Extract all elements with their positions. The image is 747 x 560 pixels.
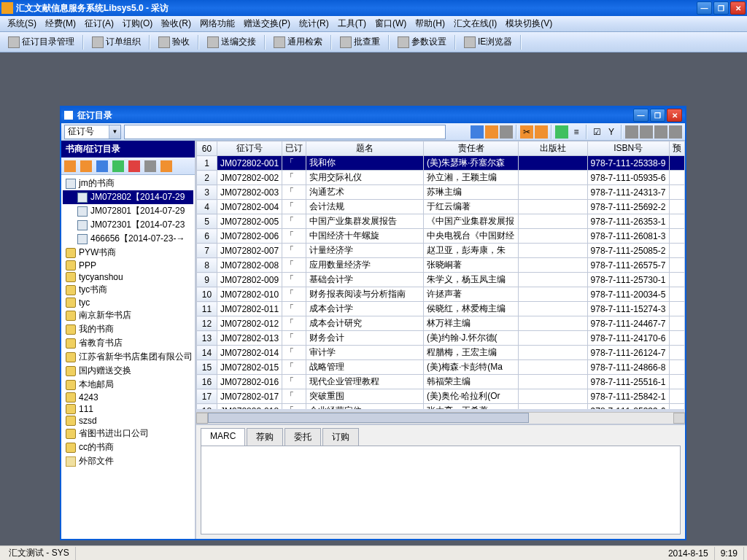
tree-item[interactable]: tycyanshou — [63, 271, 193, 283]
detail-tab[interactable]: MARC — [201, 428, 245, 446]
grid-header[interactable]: 征订号 — [217, 141, 282, 156]
table-row[interactable]: 11JM072802-011「成本会计学侯晓红，林爱梅主编978-7-111-1… — [197, 302, 685, 316]
tree-item[interactable]: 省教育书店 — [63, 336, 193, 350]
table-row[interactable]: 17JM072802-017「突破重围(美)奥伦·哈拉利(Or978-7-111… — [197, 389, 685, 404]
grid-header[interactable]: 题名 — [306, 141, 423, 156]
tree-item[interactable]: 本地邮局 — [63, 378, 193, 392]
export-icon[interactable] — [160, 160, 172, 172]
check-icon[interactable]: ☑ — [590, 125, 603, 139]
grid-header[interactable]: 预 — [669, 141, 684, 156]
search-input[interactable] — [124, 125, 446, 139]
refresh-icon[interactable] — [112, 160, 124, 172]
tree-item[interactable]: JM072802【2014-07-29 — [63, 190, 193, 204]
tree-item[interactable]: JM072301【2014-07-23 — [63, 218, 193, 232]
table-row[interactable]: 5JM072802-005「中国产业集群发展报告《中国产业集群发展报978-7-… — [197, 214, 685, 229]
menu-item[interactable]: 经费(M) — [41, 16, 80, 31]
doc-icon[interactable] — [96, 160, 108, 172]
grid-header[interactable]: 责任者 — [423, 141, 518, 156]
toolbar-button[interactable]: 参数设置 — [392, 34, 452, 50]
toolbar-button[interactable]: 征订目录管理 — [3, 34, 80, 50]
search-field-combo[interactable]: ▼ — [64, 125, 121, 139]
menu-item[interactable]: 帮助(H) — [411, 16, 449, 31]
tree-item[interactable]: 江苏省新华书店集团有限公司 — [63, 350, 193, 364]
menu-item[interactable]: 系统(S) — [3, 16, 41, 31]
props-icon[interactable] — [144, 160, 156, 172]
table-row[interactable]: 9JM072802-009「基础会计学朱学义，杨玉凤主编978-7-111-25… — [197, 273, 685, 287]
tree-item[interactable]: PPP — [63, 260, 193, 271]
toolbar-button[interactable]: IE浏览器 — [459, 34, 517, 50]
table-row[interactable]: 8JM072802-008「应用数量经济学张晓峒著978-7-111-26575… — [197, 258, 685, 273]
table-row[interactable]: 1JM072802-001「我和你(美)朱瑟琳·乔塞尔森978-7-111-25… — [197, 156, 685, 171]
tool1-icon[interactable] — [625, 125, 638, 139]
menu-item[interactable]: 窗口(W) — [371, 16, 411, 31]
table-row[interactable]: 3JM072802-003「沟通艺术苏琳主编978-7-111-24313-7 — [197, 185, 685, 200]
tree-item[interactable]: jm的书商 — [63, 176, 193, 190]
toolbar-button[interactable]: 订单组织 — [87, 34, 146, 50]
tree-item[interactable]: 省图书进出口公司 — [63, 427, 193, 440]
folder-icon[interactable] — [80, 160, 92, 172]
table-row[interactable]: 6JM072802-006「中国经济十年螺旋中央电视台《中国财经978-7-11… — [197, 229, 685, 244]
tree-item[interactable]: tyc — [63, 297, 193, 308]
table-row[interactable]: 7JM072802-007「计量经济学赵卫亚，彭寿康，朱978-7-111-25… — [197, 244, 685, 258]
grid-scroll[interactable]: 60征订号已订题名责任者出版社ISBN号预 1JM072802-001「我和你(… — [196, 141, 685, 412]
tree-item[interactable]: PYW书商 — [63, 246, 193, 260]
menu-item[interactable]: 征订(A) — [80, 16, 118, 31]
table-row[interactable]: 15JM072802-015「战略管理(美)梅森·卡彭特(Ma978-7-111… — [197, 360, 685, 375]
tree-item[interactable]: JM072801【2014-07-29 — [63, 204, 193, 218]
scroll-left-icon[interactable] — [196, 413, 208, 424]
tree-item[interactable]: 南京新华书店 — [63, 308, 193, 322]
minimize-button[interactable]: — — [697, 1, 712, 15]
child-maximize-button[interactable]: ❐ — [650, 109, 665, 122]
tool4-icon[interactable] — [669, 125, 682, 139]
table-row[interactable]: 16JM072802-016「现代企业管理教程韩福荣主编978-7-111-25… — [197, 375, 685, 389]
menu-item[interactable]: 网络功能 — [196, 16, 239, 31]
menu-item[interactable]: 统计(R) — [295, 16, 333, 31]
grid-corner[interactable]: 60 — [197, 141, 217, 156]
save-icon[interactable] — [500, 125, 513, 139]
table-row[interactable]: 12JM072802-012「成本会计研究林万祥主编978-7-111-2446… — [197, 316, 685, 331]
chevron-down-icon[interactable]: ▼ — [109, 125, 120, 139]
open-icon[interactable] — [485, 125, 498, 139]
data-grid[interactable]: 60征订号已订题名责任者出版社ISBN号预 1JM072802-001「我和你(… — [196, 141, 685, 412]
tree-item[interactable]: 我的书商 — [63, 322, 193, 336]
combo-input[interactable] — [65, 125, 109, 139]
child-titlebar[interactable]: 征订目录 — ❐ ✕ — [61, 107, 685, 123]
detail-tab[interactable]: 委托 — [285, 428, 321, 446]
bullets-icon[interactable]: ≡ — [570, 125, 583, 139]
toolbar-button[interactable]: 验收 — [153, 34, 195, 50]
menu-item[interactable]: 汇文在线(I) — [449, 16, 501, 31]
grid-header[interactable]: 出版社 — [519, 141, 587, 156]
cut-icon[interactable]: ✂ — [520, 125, 533, 139]
folder-open-icon[interactable] — [64, 160, 76, 172]
toolbar-button[interactable]: 送编交接 — [202, 34, 261, 50]
detail-tab[interactable]: 订购 — [322, 428, 359, 446]
table-row[interactable]: 2JM072802-002「实用交际礼仪孙立湘，王颖主编978-7-111-05… — [197, 171, 685, 185]
tree-item[interactable]: cc的书商 — [63, 440, 193, 454]
table-row[interactable]: 13JM072802-013「财务会计(美)约翰·J.怀尔德(978-7-111… — [197, 331, 685, 346]
tree-item[interactable]: 外部文件 — [63, 454, 193, 468]
detail-tab[interactable]: 荐购 — [247, 428, 283, 446]
toolbar-button[interactable]: 批查重 — [335, 34, 385, 50]
table-row[interactable]: 10JM072802-010「财务报表阅读与分析指南许拯声著978-7-111-… — [197, 287, 685, 302]
table-row[interactable]: 14JM072802-014「审计学程腊梅，王宏主编978-7-111-2612… — [197, 346, 685, 360]
tool3-icon[interactable] — [654, 125, 667, 139]
copy-icon[interactable] — [535, 125, 548, 139]
grid-header[interactable]: 已订 — [282, 141, 306, 156]
tree-item[interactable]: szsd — [63, 415, 193, 427]
toolbar-button[interactable]: 通用检索 — [268, 34, 328, 50]
tree-list[interactable]: jm的书商JM072802【2014-07-29JM072801【2014-07… — [61, 175, 195, 539]
filter-icon[interactable]: Y — [605, 125, 618, 139]
scroll-thumb[interactable] — [208, 413, 529, 423]
horizontal-scrollbar[interactable] — [196, 412, 685, 424]
menu-item[interactable]: 订购(O) — [118, 16, 157, 31]
menu-item[interactable]: 验收(R) — [157, 16, 196, 31]
child-minimize-button[interactable]: — — [633, 109, 649, 122]
menu-item[interactable]: 赠送交换(P) — [239, 16, 295, 31]
tree-item[interactable]: 国内赠送交换 — [63, 364, 193, 378]
tree-item[interactable]: tyc书商 — [63, 283, 193, 297]
maximize-button[interactable]: ❐ — [713, 1, 729, 15]
menu-item[interactable]: 模块切换(V) — [501, 16, 557, 31]
table-row[interactable]: 4JM072802-004「会计法规于红云编著978-7-111-25692-2 — [197, 200, 685, 214]
menu-item[interactable]: 工具(T) — [333, 16, 371, 31]
tree-item[interactable]: 111 — [63, 403, 193, 415]
